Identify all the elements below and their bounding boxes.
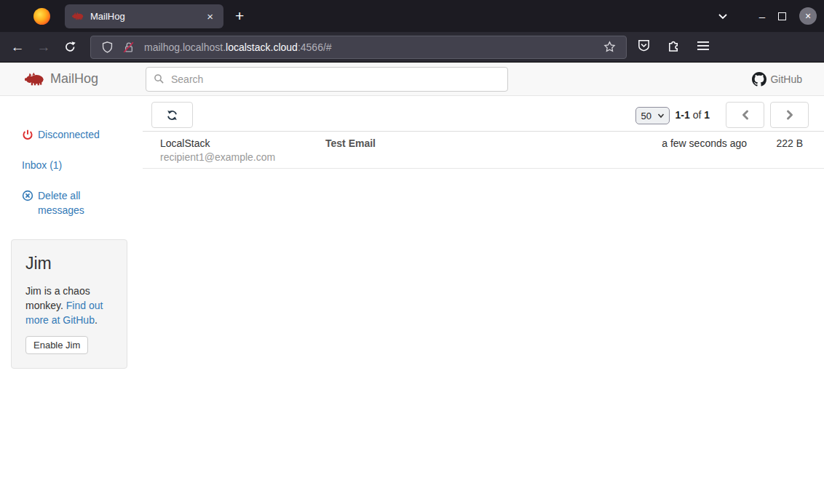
message-subject: Test Email bbox=[325, 137, 616, 151]
list-all-tabs-button[interactable] bbox=[717, 10, 729, 22]
url-prefix: mailhog.localhost. bbox=[144, 41, 226, 53]
inbox-label: Inbox (1) bbox=[22, 158, 62, 172]
jim-description: Jim is a chaos monkey. Find out more at … bbox=[25, 284, 113, 327]
minimize-button[interactable]: – bbox=[759, 10, 765, 23]
refresh-button[interactable] bbox=[151, 102, 193, 128]
firefox-icon bbox=[33, 8, 50, 25]
new-tab-button[interactable]: + bbox=[235, 7, 244, 25]
forward-button: → bbox=[32, 37, 55, 57]
list-toolbar: 50 1-1 of 1 bbox=[143, 96, 824, 132]
browser-tab-mailhog[interactable]: MailHog × bbox=[65, 4, 223, 28]
page-size-select[interactable]: 50 bbox=[635, 107, 670, 124]
message-row[interactable]: LocalStack recipient1@example.com Test E… bbox=[143, 132, 824, 169]
extensions-puzzle-icon[interactable] bbox=[667, 39, 681, 55]
url-bar[interactable]: mailhog.localhost.localstack.cloud:4566/… bbox=[90, 36, 627, 59]
message-size: 222 B bbox=[747, 137, 803, 151]
jim-title: Jim bbox=[25, 254, 113, 273]
message-recipient: recipient1@example.com bbox=[160, 151, 325, 164]
reload-button[interactable] bbox=[58, 37, 82, 57]
browser-nav-toolbar: ← → mailhog.localhost.localstack.cloud:4… bbox=[0, 32, 824, 63]
url-domain: localstack.cloud bbox=[226, 41, 298, 53]
disconnected-label: Disconnected bbox=[38, 127, 100, 142]
mailhog-favicon-pig-icon bbox=[72, 12, 84, 20]
github-octocat-icon bbox=[752, 72, 766, 87]
brand-title: MailHog bbox=[50, 71, 98, 87]
page-layout: Disconnected Inbox (1) Delete all messag… bbox=[0, 96, 824, 504]
back-button[interactable]: ← bbox=[6, 37, 29, 57]
sidebar-item-disconnected[interactable]: Disconnected bbox=[22, 127, 143, 142]
sidebar-item-delete-all[interactable]: Delete all messages bbox=[22, 188, 143, 217]
page-size-value: 50 bbox=[641, 111, 651, 121]
app-header: MailHog GitHub bbox=[0, 63, 824, 96]
message-sender: LocalStack bbox=[160, 137, 325, 151]
close-window-button[interactable]: × bbox=[799, 7, 817, 25]
mailhog-pig-icon bbox=[25, 72, 44, 86]
prev-page-button[interactable] bbox=[726, 102, 764, 128]
pagination-range: 1-1 of 1 bbox=[676, 109, 710, 121]
range-of: of bbox=[693, 109, 702, 121]
github-label: GitHub bbox=[770, 73, 802, 85]
delete-all-label: Delete all messages bbox=[38, 188, 119, 217]
message-list-pane: 50 1-1 of 1 LocalStack recipient1@exam bbox=[143, 96, 824, 504]
mailhog-brand-link[interactable]: MailHog bbox=[25, 71, 98, 87]
url-text: mailhog.localhost.localstack.cloud:4566/… bbox=[144, 41, 332, 53]
jim-panel: Jim Jim is a chaos monkey. Find out more… bbox=[11, 239, 127, 369]
browser-titlebar: MailHog × + – × bbox=[0, 0, 824, 32]
message-from-block: LocalStack recipient1@example.com bbox=[160, 137, 325, 164]
reload-icon bbox=[64, 41, 76, 53]
refresh-icon bbox=[166, 109, 178, 121]
power-off-icon bbox=[22, 129, 33, 141]
chevron-left-icon bbox=[740, 109, 750, 121]
chevron-right-icon bbox=[785, 109, 795, 121]
next-page-button[interactable] bbox=[770, 102, 809, 128]
search-input[interactable] bbox=[146, 67, 508, 92]
insecure-lock-icon[interactable] bbox=[122, 41, 135, 54]
range-total: 1 bbox=[704, 109, 710, 121]
maximize-button[interactable] bbox=[778, 12, 786, 20]
enable-jim-button[interactable]: Enable Jim bbox=[25, 336, 88, 354]
sidebar: Disconnected Inbox (1) Delete all messag… bbox=[0, 96, 143, 504]
delete-circle-x-icon bbox=[22, 190, 33, 201]
tab-title: MailHog bbox=[90, 11, 204, 22]
tab-close-icon[interactable]: × bbox=[204, 10, 216, 23]
hamburger-menu-icon[interactable] bbox=[697, 40, 710, 55]
search-icon bbox=[154, 73, 165, 84]
jim-period: . bbox=[95, 314, 98, 326]
bookmark-star-icon[interactable] bbox=[603, 41, 616, 53]
chevron-down-icon bbox=[717, 10, 729, 22]
github-link[interactable]: GitHub bbox=[752, 63, 802, 96]
tracking-protection-shield-icon[interactable] bbox=[101, 41, 114, 54]
range-current: 1-1 bbox=[676, 109, 690, 121]
sidebar-item-inbox[interactable]: Inbox (1) bbox=[22, 158, 143, 172]
account-badge-icon[interactable] bbox=[637, 39, 651, 55]
select-chevron-down-icon bbox=[657, 112, 665, 119]
url-suffix: :4566/# bbox=[298, 41, 332, 53]
search-box bbox=[146, 67, 508, 92]
message-time: a few seconds ago bbox=[616, 137, 747, 151]
